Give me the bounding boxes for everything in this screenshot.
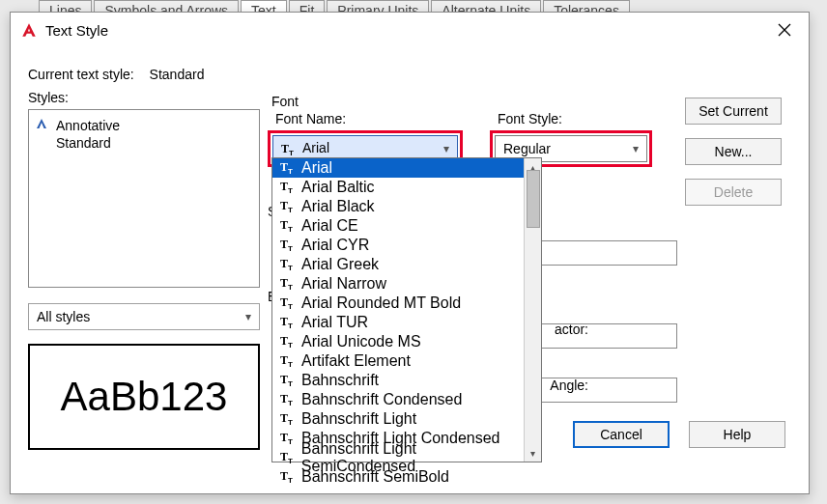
font-option[interactable]: TTArial Narrow <box>272 274 541 294</box>
chevron-down-icon: ▾ <box>443 142 449 155</box>
truetype-icon: TT <box>280 353 298 369</box>
cancel-button[interactable]: Cancel <box>573 421 670 448</box>
style-item-annotative[interactable]: Annotative <box>35 116 253 134</box>
font-name-dropdown-list[interactable]: ▴ ▾ TTArialTTArial BalticTTArial BlackTT… <box>271 157 542 462</box>
scroll-down-icon[interactable]: ▾ <box>525 444 541 462</box>
style-item-label: Annotative <box>56 118 120 133</box>
font-option[interactable]: TTBahnschrift Light <box>272 409 541 429</box>
current-style-row: Current text style: Standard <box>28 67 791 82</box>
preview-text: AaBb123 <box>61 374 228 420</box>
titlebar: Text Style <box>11 13 809 47</box>
truetype-icon: TT <box>280 218 298 234</box>
font-option[interactable]: TTBahnschrift Light SemiCondensed <box>272 448 541 467</box>
font-option[interactable]: TTArial Unicode MS <box>272 332 541 351</box>
font-name-value: Arial <box>302 140 329 155</box>
font-option-label: Arial Unicode MS <box>301 333 421 350</box>
dialog-title: Text Style <box>45 22 770 39</box>
height-input[interactable] <box>525 240 677 266</box>
truetype-icon: TT <box>280 315 298 330</box>
truetype-icon: TT <box>280 431 298 446</box>
font-option[interactable]: TTArial TUR <box>272 313 541 332</box>
font-option[interactable]: TTArtifakt Element <box>272 351 541 371</box>
truetype-icon: TT <box>280 199 298 214</box>
font-option[interactable]: TTBahnschrift Condensed <box>272 390 541 409</box>
truetype-icon: TT <box>280 450 298 465</box>
set-current-button[interactable]: Set Current <box>685 98 782 125</box>
font-preview: AaBb123 <box>28 344 260 450</box>
style-item-standard[interactable]: Standard <box>35 134 253 152</box>
font-option[interactable]: TTArial CE <box>272 216 541 236</box>
font-option-label: Arial Black <box>301 198 375 215</box>
current-style-value: Standard <box>150 67 205 82</box>
font-option[interactable]: TTBahnschrift <box>272 371 541 390</box>
font-option-label: Arial Baltic <box>301 179 375 196</box>
truetype-icon: TT <box>280 334 298 350</box>
font-name-label: Font Name: <box>275 111 463 126</box>
truetype-icon: TT <box>280 392 298 407</box>
close-button[interactable] <box>770 17 799 42</box>
help-button[interactable]: Help <box>689 421 785 448</box>
text-style-dialog: Text Style Current text style: Standard … <box>10 12 810 494</box>
font-option[interactable]: TTArial Rounded MT Bold <box>272 294 541 313</box>
truetype-icon: TT <box>280 180 298 195</box>
truetype-icon: TT <box>280 276 298 292</box>
width-factor-input[interactable] <box>525 323 677 349</box>
truetype-icon: TT <box>281 142 299 157</box>
truetype-icon: TT <box>280 295 298 311</box>
font-option[interactable]: TTArial Black <box>272 197 541 216</box>
oblique-angle-input[interactable] <box>525 378 677 403</box>
current-style-label: Current text style: <box>28 67 134 82</box>
styles-label: Styles: <box>28 90 268 105</box>
font-option-label: Arial Rounded MT Bold <box>301 294 461 312</box>
font-option[interactable]: TTArial CYR <box>272 236 541 255</box>
autocad-icon <box>20 21 38 39</box>
font-option-label: Arial Narrow <box>301 275 386 293</box>
font-style-label: Font Style: <box>498 111 652 126</box>
close-icon <box>778 23 791 37</box>
style-filter-value: All styles <box>37 309 90 324</box>
font-option-label: Bahnschrift Light <box>301 410 416 428</box>
font-option[interactable]: TTArial Baltic <box>272 178 541 197</box>
annotative-icon <box>35 117 50 133</box>
chevron-down-icon: ▾ <box>245 310 251 323</box>
new-button[interactable]: New... <box>685 138 782 165</box>
style-filter-dropdown[interactable]: All styles ▾ <box>28 303 260 330</box>
truetype-icon: TT <box>280 238 298 253</box>
truetype-icon: TT <box>280 257 298 272</box>
truetype-icon: TT <box>280 469 298 485</box>
font-option-label: Artifakt Element <box>301 352 411 370</box>
delete-button: Delete <box>685 179 782 206</box>
truetype-icon: TT <box>280 411 298 427</box>
styles-listbox[interactable]: Annotative Standard <box>28 109 260 288</box>
scrollbar-thumb[interactable] <box>527 170 540 228</box>
truetype-icon: TT <box>280 160 298 176</box>
font-option-label: Bahnschrift Condensed <box>301 391 462 408</box>
font-option-label: Bahnschrift <box>301 372 379 389</box>
font-option-label: Arial CYR <box>301 237 369 254</box>
font-option-label: Arial CE <box>301 217 358 235</box>
truetype-icon: TT <box>280 373 298 388</box>
style-item-label: Standard <box>56 135 111 151</box>
font-option-label: Arial TUR <box>301 314 368 331</box>
font-option[interactable]: TTArial <box>272 158 541 178</box>
font-option-label: Arial <box>301 159 332 177</box>
font-style-value: Regular <box>503 141 551 156</box>
font-group-label: Font <box>271 94 685 109</box>
dropdown-scrollbar[interactable]: ▴ ▾ <box>524 158 541 462</box>
chevron-down-icon: ▾ <box>633 142 639 155</box>
font-option[interactable]: TTArial Greek <box>272 255 541 274</box>
font-option-label: Arial Greek <box>301 256 379 273</box>
font-option-label: Bahnschrift SemiBold <box>301 468 449 486</box>
